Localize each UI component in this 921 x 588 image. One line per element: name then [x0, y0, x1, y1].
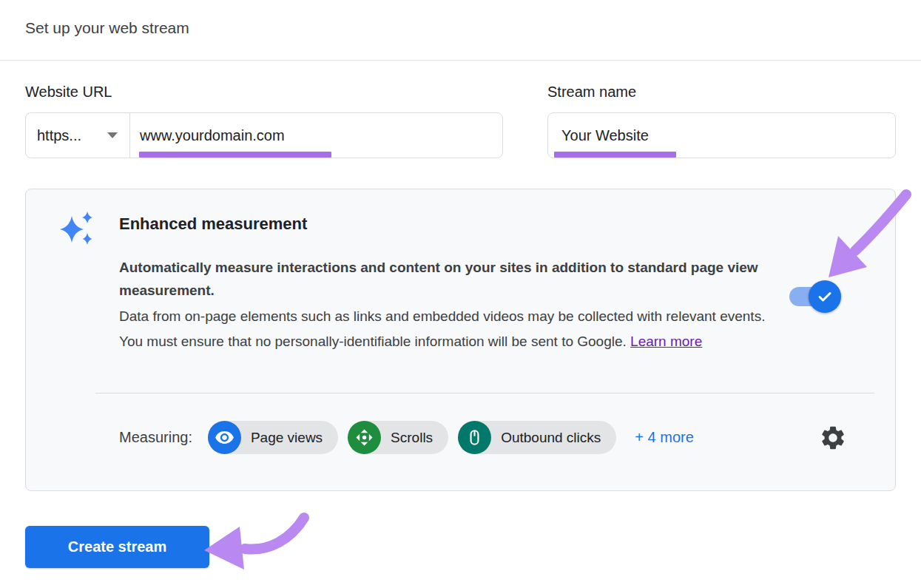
- description-bold: Automatically measure interactions and c…: [119, 256, 785, 302]
- checkmark-icon: [816, 288, 834, 305]
- chip-label: Outbound clicks: [501, 430, 601, 446]
- create-stream-arrow-annotation: [204, 518, 304, 570]
- enhanced-measurement-description: Automatically measure interactions and c…: [119, 256, 785, 354]
- website-url-field: https... www.yourdomain.com: [25, 112, 503, 158]
- toggle-thumb-checked: [809, 280, 841, 313]
- scroll-expand-icon: [348, 421, 381, 454]
- measurement-settings-button[interactable]: [819, 424, 847, 452]
- measuring-label: Measuring:: [119, 429, 192, 446]
- chip-scrolls[interactable]: Scrolls: [348, 421, 448, 454]
- enhanced-measurement-card: Enhanced measurement Automatically measu…: [25, 189, 896, 491]
- enhanced-measurement-title: Enhanced measurement: [119, 214, 307, 234]
- gear-icon: [819, 424, 847, 452]
- mouse-icon: [458, 421, 491, 454]
- chip-outbound-clicks[interactable]: Outbound clicks: [458, 421, 616, 454]
- setup-web-stream-panel: Set up your web stream Website URL https…: [0, 0, 921, 588]
- website-url-label: Website URL: [25, 84, 112, 101]
- measuring-row: Measuring: Page views: [119, 421, 874, 454]
- eye-icon: [208, 421, 241, 454]
- header-divider: [0, 60, 921, 61]
- chip-label: Page views: [251, 430, 323, 446]
- website-url-input[interactable]: www.yourdomain.com: [130, 127, 285, 144]
- protocol-value: https...: [37, 127, 81, 144]
- page-title: Set up your web stream: [25, 19, 189, 37]
- show-more-link[interactable]: + 4 more: [635, 429, 693, 446]
- stream-name-field: Your Website: [547, 112, 896, 158]
- protocol-dropdown[interactable]: https...: [26, 113, 129, 158]
- stream-name-label: Stream name: [547, 84, 636, 101]
- chevron-down-icon: [107, 132, 118, 138]
- learn-more-link[interactable]: Learn more: [630, 334, 702, 349]
- chip-label: Scrolls: [391, 430, 433, 446]
- url-underline-annotation: [139, 152, 331, 158]
- sparkle-icon: [57, 209, 95, 247]
- enhanced-measurement-toggle[interactable]: [789, 287, 838, 306]
- stream-name-input[interactable]: Your Website: [548, 127, 649, 144]
- description-regular: Data from on-page elements such as links…: [119, 304, 785, 354]
- stream-underline-annotation: [554, 152, 676, 158]
- create-stream-button[interactable]: Create stream: [25, 526, 209, 568]
- card-divider: [95, 393, 874, 393]
- chip-page-views[interactable]: Page views: [208, 421, 338, 454]
